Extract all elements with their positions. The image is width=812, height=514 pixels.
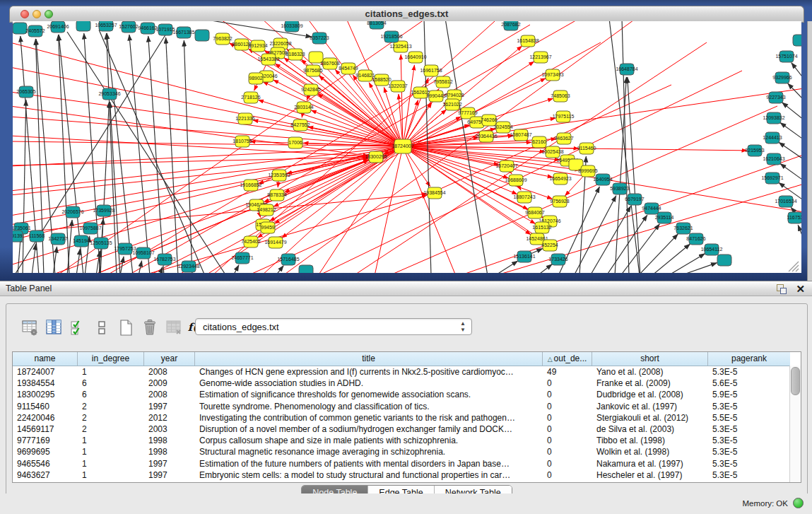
table-row[interactable]: 1830029562008Estimation of significance … xyxy=(13,389,790,400)
graph-node[interactable]: 16640910 xyxy=(404,52,426,63)
collapsed-side-panel[interactable] xyxy=(807,21,812,281)
graph-edge[interactable] xyxy=(628,77,640,273)
delete-icon[interactable] xyxy=(141,318,160,337)
float-panel-icon[interactable] xyxy=(777,284,787,294)
graph-edge[interactable] xyxy=(107,33,133,273)
graph-node[interactable]: 16961758 xyxy=(420,65,442,76)
graph-node[interactable]: 9227343 xyxy=(766,92,785,103)
graph-node[interactable]: 12213967 xyxy=(529,52,551,63)
graph-edge[interactable] xyxy=(590,206,630,273)
graph-node[interactable]: 8215953 xyxy=(745,145,764,156)
graph-node[interactable]: 2087682 xyxy=(501,21,520,30)
graph-node[interactable]: 20691406 xyxy=(47,21,69,33)
graph-node[interactable]: 18724007 xyxy=(392,139,413,153)
column-header-name[interactable]: name xyxy=(13,352,78,366)
graph-node[interactable]: 15716485 xyxy=(277,254,299,265)
graph-edge[interactable] xyxy=(184,40,192,273)
graph-edge[interactable] xyxy=(127,21,579,273)
graph-edge[interactable] xyxy=(537,264,552,273)
graph-node[interactable]: 145194 xyxy=(73,235,89,247)
graph-node[interactable]: 1615132 xyxy=(532,222,551,233)
column-header-out_de[interactable]: △out_de... xyxy=(543,352,592,366)
graph-edge[interactable] xyxy=(620,224,659,273)
graph-node[interactable]: 16914479 xyxy=(264,237,286,248)
graph-node[interactable]: 1810755 xyxy=(233,136,252,147)
graph-node[interactable]: 17975115 xyxy=(553,111,575,122)
graph-node[interactable]: 8471626 xyxy=(686,233,705,245)
graph-edge[interactable] xyxy=(788,83,801,100)
graph-node[interactable]: 10975887 xyxy=(79,223,101,234)
graph-edge[interactable] xyxy=(49,160,369,273)
graph-node[interactable]: 7632621 xyxy=(673,223,693,234)
graph-node[interactable]: 12923448 xyxy=(177,261,199,272)
graph-node[interactable]: 15692971 xyxy=(761,173,783,184)
table-row[interactable]: 1938455462009Genome-wide association stu… xyxy=(13,378,790,389)
graph-edge[interactable] xyxy=(273,80,403,146)
graph-edge[interactable] xyxy=(276,266,283,273)
graph-node[interactable]: 116753 xyxy=(787,212,801,223)
graph-node[interactable] xyxy=(13,23,27,34)
graph-edge[interactable] xyxy=(13,157,368,165)
graph-node[interactable]: 17006 xyxy=(288,137,302,148)
graph-node[interactable]: 8357223 xyxy=(310,33,329,44)
graph-node[interactable]: 6679197 xyxy=(625,194,644,205)
column-header-year[interactable]: year xyxy=(144,352,195,366)
table-row[interactable]: 1872400712008Changes of HCN gene express… xyxy=(13,366,790,378)
graph-node[interactable]: 16671385 xyxy=(172,27,194,38)
table-selector-dropdown[interactable]: citations_edges.txt ▲▼ xyxy=(195,318,472,335)
graph-node[interactable]: 9463627 xyxy=(554,133,573,144)
graph-node[interactable]: 5938923 xyxy=(610,183,629,194)
graph-node[interactable]: 62160 xyxy=(532,136,546,148)
select-all-icon[interactable] xyxy=(69,318,88,337)
graph-node[interactable]: 12093832 xyxy=(763,112,784,124)
graph-node[interactable]: 9466162 xyxy=(138,23,157,34)
graph-edge[interactable] xyxy=(652,244,690,273)
graph-edge[interactable] xyxy=(13,42,403,146)
graph-node[interactable]: 16154838 xyxy=(517,35,539,47)
table-scrollbar[interactable] xyxy=(789,366,801,482)
resize-grip[interactable] xyxy=(789,262,799,271)
graph-node[interactable]: 2867608 xyxy=(320,58,339,69)
deselect-all-icon[interactable] xyxy=(93,318,112,337)
table-row[interactable]: 969969511998Structural magnetic resonanc… xyxy=(13,446,790,457)
graph-node[interactable]: 12353593 xyxy=(268,170,290,181)
graph-node[interactable]: 1342737 xyxy=(48,233,67,245)
column-header-short[interactable]: short xyxy=(592,352,708,366)
graph-edge[interactable] xyxy=(780,122,801,140)
graph-edge[interactable] xyxy=(798,225,801,240)
graph-edge[interactable] xyxy=(638,234,678,273)
network-canvas-svg[interactable]: 1872400718300295796382288601288912934232… xyxy=(13,21,801,273)
graph-node[interactable]: 99459 xyxy=(261,222,275,233)
graph-node[interactable]: 8912934 xyxy=(248,40,267,52)
table-row[interactable]: 1456911722003Disruption of a novel membe… xyxy=(13,424,790,435)
graph-node[interactable] xyxy=(793,35,801,46)
table-row[interactable]: 2242004622012Investigating the contribut… xyxy=(13,412,790,424)
graph-edge[interactable] xyxy=(622,21,629,273)
graph-node[interactable]: 16210643 xyxy=(763,153,784,165)
delete-table-icon[interactable] xyxy=(165,318,184,337)
graph-node[interactable] xyxy=(195,30,209,41)
graph-edge[interactable] xyxy=(375,146,403,273)
table-row[interactable]: 977716911998Corpus callosum shape and si… xyxy=(13,435,790,446)
graph-node[interactable]: 1498212 xyxy=(257,204,276,216)
graph-node[interactable]: 8186328 xyxy=(286,49,305,60)
graph-node[interactable]: 10654112 xyxy=(701,244,723,255)
graph-node[interactable]: 1244413 xyxy=(763,132,782,144)
graph-edge[interactable] xyxy=(792,63,801,79)
graph-edge[interactable] xyxy=(76,249,80,273)
graph-node[interactable]: 16654923 xyxy=(549,173,571,185)
column-header-in_degree[interactable]: in_degree xyxy=(78,352,144,366)
graph-node[interactable]: 17016534 xyxy=(775,196,796,207)
table-row[interactable]: 911546021997Tourette syndrome. Phenomeno… xyxy=(13,401,790,412)
graph-node[interactable]: 1733426 xyxy=(548,254,567,265)
graph-node[interactable]: 9115460 xyxy=(577,143,596,154)
graph-edge[interactable] xyxy=(680,263,717,273)
graph-edge[interactable] xyxy=(459,156,801,273)
column-header-title[interactable]: title xyxy=(195,352,543,366)
graph-node[interactable]: 1322037 xyxy=(388,81,407,92)
graph-node[interactable]: 7485063 xyxy=(551,90,570,102)
graph-node[interactable]: 8813054 xyxy=(367,21,386,29)
graph-node[interactable]: 10807487 xyxy=(510,129,531,141)
graph-node[interactable]: 9756928 xyxy=(550,196,569,207)
graph-edge[interactable] xyxy=(317,94,403,146)
